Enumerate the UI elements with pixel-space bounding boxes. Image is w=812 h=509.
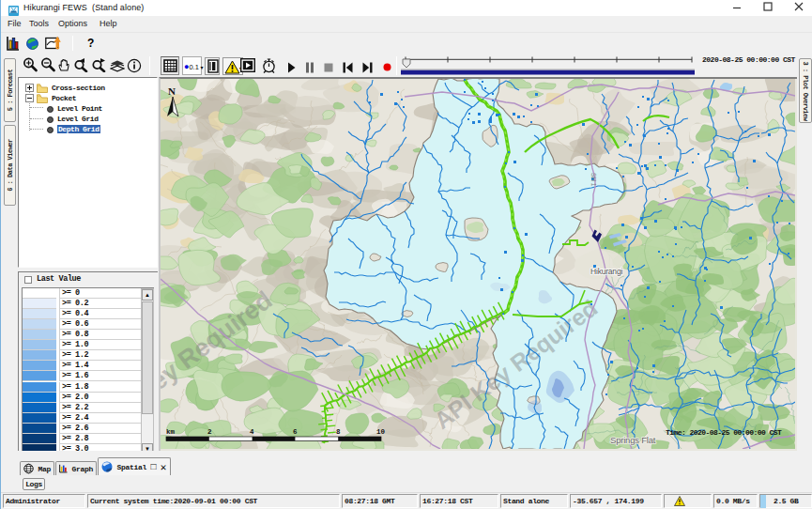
svg-text:4: 4 (250, 428, 254, 436)
svg-text:10: 10 (376, 428, 386, 436)
svg-text:Time: 2020-08-25 00:00:00 CST: Time: 2020-08-25 00:00:00 CST (666, 428, 782, 437)
svg-text:6: 6 (293, 428, 298, 436)
svg-text:SH 1: SH 1 (590, 173, 597, 187)
svg-text:8: 8 (336, 428, 341, 436)
svg-text:Hikurangi: Hikurangi (590, 267, 622, 276)
svg-text:N: N (168, 85, 176, 97)
svg-text:km: km (166, 428, 176, 436)
svg-text:Springs Flat: Springs Flat (610, 435, 656, 445)
svg-text:2: 2 (207, 428, 212, 436)
